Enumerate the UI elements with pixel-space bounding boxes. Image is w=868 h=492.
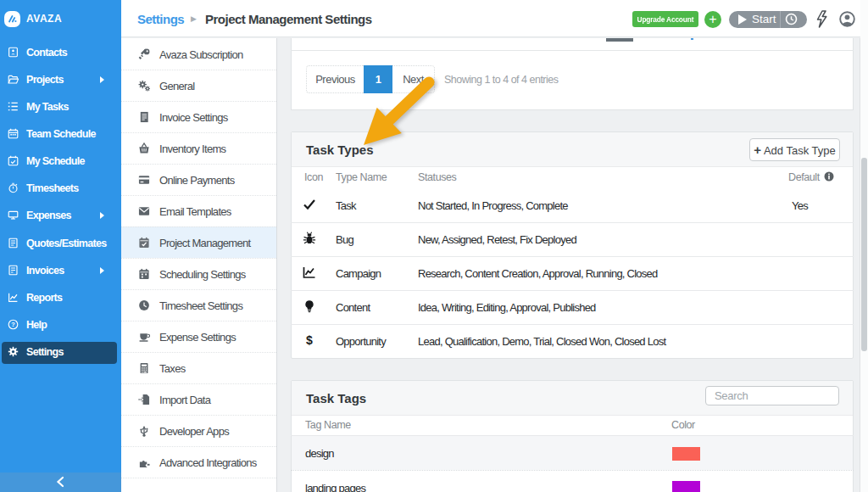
svg-text:$: $ (306, 333, 313, 347)
svg-text:?: ? (11, 321, 15, 328)
